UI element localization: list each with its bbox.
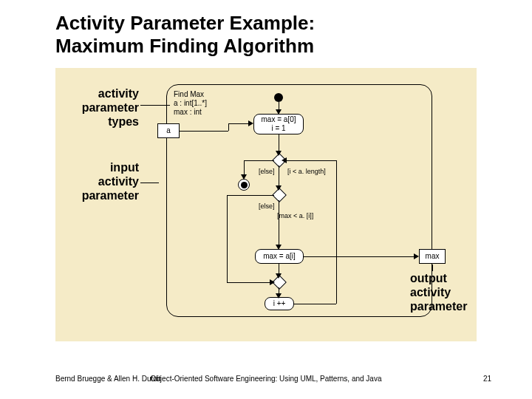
guard-length: [i < a. length] <box>287 168 326 176</box>
diagram-panel: activityparametertypes inputactivitypara… <box>55 68 477 341</box>
edge-d1-final-h <box>250 160 274 161</box>
edge-assign-max-arrow <box>414 253 419 259</box>
activity-name: Find Max <box>174 90 204 99</box>
edge-loop-arrow <box>282 157 287 163</box>
annot-input-line <box>140 183 159 183</box>
edge-d2-else-h1 <box>227 195 274 196</box>
title-line-1: Activity Parameter Example: <box>55 12 315 34</box>
footer-title: Object-Oriented Software Engineering: Us… <box>0 375 532 383</box>
output-param-max: max <box>419 249 446 264</box>
edge-d2-else-h2 <box>227 282 273 283</box>
input-param-a-label: a <box>166 126 171 135</box>
edge-d1-d2-arrow <box>276 185 282 191</box>
edge-d1-final-h0 <box>244 160 250 161</box>
flow-final-icon <box>238 179 250 191</box>
edge-d2-assign-arrow <box>276 245 282 250</box>
edge-assign-max <box>304 256 416 257</box>
initial-node-icon <box>274 93 283 102</box>
param-max-type: max : int <box>174 108 202 117</box>
edge-d2-else-v <box>227 195 228 282</box>
action-assign-text: max = a[i] <box>263 252 296 261</box>
edge-a-arrowhead <box>248 120 253 126</box>
edge-d1-final-arrow <box>241 174 247 180</box>
action-init: max = a[0]i = 1 <box>253 114 304 134</box>
annot-output: outputactivityparameter <box>410 271 467 314</box>
edge-loop-h2 <box>285 160 336 161</box>
edge-a-to-init-h <box>180 131 228 132</box>
param-a-type: a : int[1..*] <box>174 99 207 108</box>
action-increment-text: i ++ <box>273 299 286 308</box>
edge-loop-v <box>336 160 337 304</box>
edge-d2-else-arrow <box>270 279 275 285</box>
title-line-2: Maximum Finding Algorithm <box>55 35 314 57</box>
edge-init-d1-arrow <box>276 151 282 156</box>
edge-initial-arrow <box>276 109 282 115</box>
guard-compare: [max < a. [i]] <box>277 212 313 220</box>
footer-page: 21 <box>483 375 491 383</box>
annot-input: inputactivityparameter <box>65 160 139 203</box>
guard-else-top: [else] <box>259 168 275 176</box>
action-assign: max = a[i] <box>255 249 304 264</box>
input-param-a: a <box>157 123 180 138</box>
edge-merge-inc-arrow <box>276 293 282 299</box>
edge-a-to-init-v <box>228 123 229 131</box>
output-param-max-label: max <box>426 252 440 261</box>
annot-output-line <box>432 265 433 271</box>
flow-final-inner <box>241 182 248 188</box>
action-increment: i ++ <box>265 297 294 310</box>
edge-d2-assign-v1 <box>279 200 279 248</box>
annot-types-line <box>140 105 170 106</box>
annot-types: activityparametertypes <box>65 86 139 129</box>
guard-else-mid: [else] <box>259 202 275 211</box>
action-init-text: max = a[0]i = 1 <box>262 115 296 133</box>
edge-loop-h1 <box>294 304 336 304</box>
edge-assign-merge-arrow <box>276 273 282 279</box>
page-title: Activity Parameter Example: Maximum Find… <box>55 12 315 58</box>
edge-a-to-init-h2 <box>228 123 250 124</box>
